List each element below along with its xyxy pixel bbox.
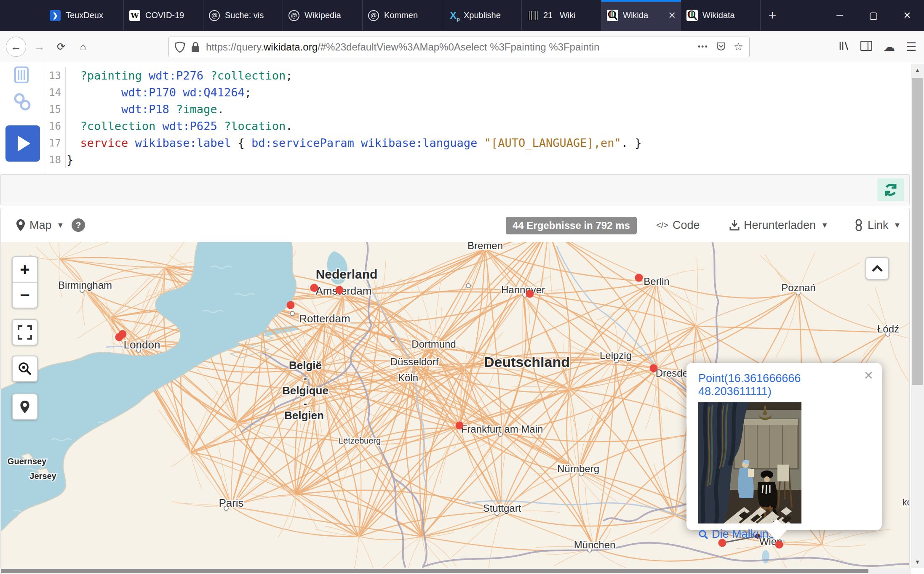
- minimize-button[interactable]: ─: [823, 0, 857, 31]
- tab-wikipedia[interactable]: @Wikipedia: [283, 0, 363, 31]
- map-result-popup: Point(16.361666666 48.203611111) ✕: [686, 363, 882, 530]
- cloud-sync-icon[interactable]: ☁: [883, 40, 895, 54]
- wikipedia-globe-icon: @: [368, 10, 379, 21]
- refresh-results-button[interactable]: [877, 178, 904, 201]
- code-line-14[interactable]: 14 wdt:P170 wd:Q41264;: [45, 84, 924, 101]
- map-label: ko: [902, 497, 909, 508]
- result-marker-dot[interactable]: [635, 274, 643, 282]
- url-text: https://query.wikidata.org/#%23defaultVi…: [206, 41, 694, 53]
- map-canvas[interactable]: BirminghamLondonGuernseyJerseyParisNeder…: [1, 242, 909, 574]
- scroll-down-arrow[interactable]: ▼: [911, 555, 924, 568]
- tab-covid-19[interactable]: WCOVID-19: [124, 0, 203, 31]
- vertical-scrollbar[interactable]: ▲ ▼: [911, 64, 924, 568]
- new-tab-button[interactable]: +: [761, 0, 784, 31]
- result-marker-dot[interactable]: [775, 541, 783, 549]
- display-panel-icon[interactable]: [13, 66, 30, 87]
- menu-hamburger-icon[interactable]: ☰: [906, 40, 916, 54]
- result-marker-dot[interactable]: [119, 330, 127, 338]
- horizontal-scrollbar[interactable]: [0, 568, 911, 574]
- chevron-down-icon: ▼: [821, 221, 828, 230]
- result-marker-dot[interactable]: [456, 422, 464, 430]
- tab-close-icon[interactable]: ✕: [668, 10, 676, 21]
- tab-title: Kommen: [384, 11, 437, 20]
- tab-suche-vis[interactable]: @Suche: vis: [203, 0, 283, 31]
- chevron-down-icon: ▼: [57, 221, 64, 230]
- line-number: 16: [45, 118, 65, 135]
- tab-21-wiki[interactable]: 21 Wiki: [522, 0, 601, 31]
- tab-wikida[interactable]: Wikida✕: [601, 0, 681, 31]
- horizontal-scrollbar-thumb[interactable]: [1, 569, 868, 573]
- collapse-map-button[interactable]: [865, 257, 889, 280]
- map-label: Nürnberg: [557, 463, 599, 474]
- vertical-scrollbar-thumb[interactable]: [912, 78, 923, 385]
- code-line-13[interactable]: 13 ?painting wdt:P276 ?collection;: [45, 67, 924, 84]
- chevron-up-icon: [871, 264, 884, 273]
- fullscreen-icon: [18, 325, 32, 340]
- code-line-16[interactable]: 16 ?collection wdt:P625 ?location.: [45, 118, 924, 135]
- sparql-editor[interactable]: 13 ?painting wdt:P276 ?collection;14 wdt…: [0, 63, 924, 174]
- download-icon: [729, 220, 740, 231]
- tracking-shield-icon[interactable]: [175, 42, 185, 53]
- scroll-up-arrow[interactable]: ▲: [911, 64, 924, 76]
- code-line-15[interactable]: 15 wdt:P18 ?image.: [45, 101, 924, 118]
- library-icon[interactable]: [839, 40, 849, 53]
- download-button[interactable]: Herunterladen ▼: [729, 208, 828, 242]
- home-button[interactable]: ⌂: [74, 38, 92, 56]
- code-line-18[interactable]: 18}: [45, 151, 924, 168]
- sidebar-icon[interactable]: [860, 41, 872, 53]
- tab-wikidata[interactable]: Wikidata: [681, 0, 761, 31]
- fullscreen-button[interactable]: [12, 319, 38, 345]
- help-button[interactable]: ?: [72, 208, 85, 242]
- back-button[interactable]: ←: [6, 37, 26, 57]
- chevron-down-icon: ▼: [894, 221, 901, 230]
- painting-thumbnail[interactable]: [698, 402, 801, 524]
- result-link[interactable]: Die Malkunst: [698, 528, 870, 541]
- code-line-17[interactable]: 17 service wikibase:label { bd:servicePa…: [45, 135, 924, 151]
- maximize-button[interactable]: ▢: [857, 0, 890, 31]
- bookmark-star-icon[interactable]: ☆: [734, 40, 743, 53]
- magnifier-icon: [17, 361, 32, 377]
- link-icon: [854, 219, 863, 231]
- map-label: Amsterdam: [316, 284, 372, 297]
- run-query-button[interactable]: [5, 125, 40, 162]
- line-number: 15: [45, 101, 65, 118]
- url-bar[interactable]: https://query.wikidata.org/#%23defaultVi…: [168, 37, 750, 57]
- result-marker-dot[interactable]: [310, 284, 318, 292]
- zoom-out-button[interactable]: −: [13, 282, 37, 308]
- result-marker-dot[interactable]: [336, 286, 344, 294]
- result-marker-dot[interactable]: [650, 364, 658, 372]
- link-button[interactable]: Link ▼: [854, 208, 901, 242]
- code-button[interactable]: </> Code: [656, 208, 700, 242]
- view-selector[interactable]: Map ▼: [16, 208, 64, 242]
- close-window-button[interactable]: ✕: [890, 0, 924, 31]
- zoom-to-results-button[interactable]: [12, 356, 38, 382]
- tab-title: COVID-19: [145, 11, 198, 20]
- tab-kommen[interactable]: @Kommen: [363, 0, 442, 31]
- result-marker-dot[interactable]: [526, 290, 534, 298]
- wikipedia-globe-icon: @: [288, 10, 299, 21]
- xpublisher-icon: Xp: [450, 10, 457, 21]
- popup-coordinates: Point(16.361666666 48.203611111): [698, 372, 870, 398]
- reload-button[interactable]: ⟳: [52, 38, 70, 56]
- popup-close-icon[interactable]: ✕: [864, 369, 873, 383]
- forward-button[interactable]: →: [31, 38, 48, 55]
- view-selector-label: Map: [29, 219, 52, 232]
- tab-xpublishe[interactable]: XpXpublishe: [442, 0, 522, 31]
- line-number: 14: [45, 84, 65, 101]
- result-marker-dot[interactable]: [287, 301, 295, 309]
- result-count-badge: 44 Ergebnisse in 792 ms: [506, 217, 637, 234]
- code-area[interactable]: 13 ?painting wdt:P276 ?collection;14 wdt…: [45, 63, 924, 174]
- tab-teuxdeux[interactable]: ❯TeuxDeux: [44, 0, 124, 31]
- navigation-toolbar: ← → ⟳ ⌂ https://query.wikidata.org/#%23d…: [0, 31, 924, 63]
- lock-icon: [191, 42, 200, 53]
- town-dot: [391, 337, 395, 342]
- locate-button[interactable]: [12, 393, 38, 420]
- page-actions-icon[interactable]: •••: [698, 43, 708, 51]
- map-label: Frankfurt am Main: [461, 423, 543, 435]
- map-label: Jersey: [29, 471, 56, 481]
- pocket-icon[interactable]: [716, 41, 726, 53]
- result-link-label: Die Malkunst: [712, 528, 777, 541]
- code-button-label: Code: [673, 219, 700, 232]
- zoom-in-button[interactable]: +: [13, 257, 37, 282]
- short-link-icon[interactable]: [13, 91, 32, 114]
